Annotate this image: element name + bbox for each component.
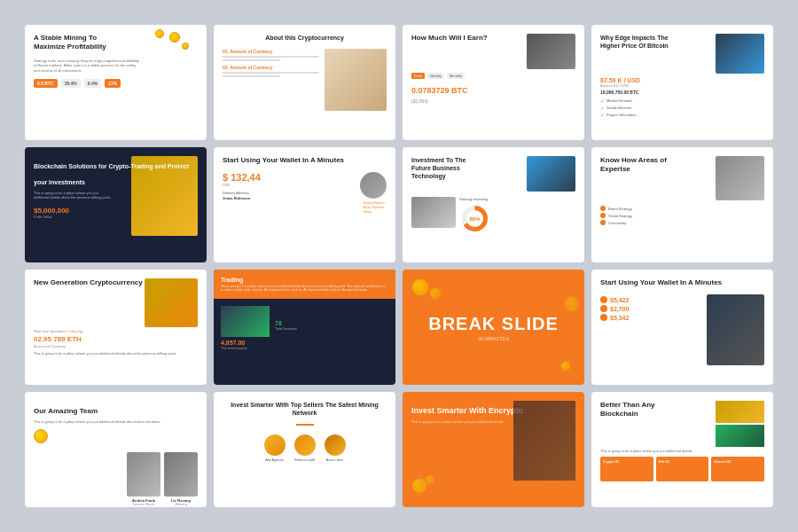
person3-name: Arturo desi <box>325 458 346 462</box>
wallet-usd: USD <box>223 183 261 187</box>
slide-10-chart <box>221 306 270 337</box>
slide-9-body: This is going to be a place where you pu… <box>34 351 198 356</box>
earning-usd: ($1,064) <box>411 98 575 104</box>
slide-2[interactable]: About this Cryptocurrency 01. Amount of … <box>214 25 395 140</box>
slide-15[interactable]: Invest Smarter With Encrypto This is goi… <box>403 392 584 507</box>
member2-role: Marketing <box>164 503 198 506</box>
stat-growth: 36.4% <box>61 79 81 88</box>
stat-rate: 0.4% <box>84 79 101 88</box>
person2-name: Rebecca bell <box>294 458 316 462</box>
check3: Project Information <box>606 113 637 117</box>
avatar-2 <box>294 434 316 456</box>
slide-5[interactable]: Blockchain Solutions for Crypto-Trading … <box>25 147 207 262</box>
slide-4-val1: 87.59 K / USD <box>600 77 764 83</box>
btn-daily[interactable]: Daily <box>411 73 425 79</box>
slide-15-img <box>513 401 575 481</box>
slide-9-sub: Real-time Quotations 1 day ago <box>34 329 198 333</box>
slide-13-title: Our Amazing Team <box>34 407 98 415</box>
slide-9[interactable]: New Generation Cryptocurrency Real-time … <box>25 270 207 385</box>
slide-2-sub1: 01. Amount of Currency <box>223 49 319 54</box>
slide-1-body: Strategy is the most amazing thing for e… <box>34 59 140 74</box>
person1-name: Aliz Ayanza <box>264 458 286 462</box>
stat2-dot <box>600 305 607 312</box>
slide-14[interactable]: Invest Smarter With Top Sellers The Safe… <box>214 392 395 507</box>
slide-7-img <box>527 156 575 192</box>
slide-2-sub2: 02. Amount of Currency <box>223 65 319 70</box>
break-title: BREAK SLIDE <box>428 314 559 334</box>
slide-2-title: About this Cryptocurrency <box>265 34 344 42</box>
tl1 <box>223 56 319 58</box>
stat1-val: $5,422 <box>610 297 629 303</box>
stat3-val: $5,342 <box>610 315 629 321</box>
stat-btc: 0.5 BTC <box>34 79 58 88</box>
slide-5-body: This is going to be a place where you pu… <box>34 191 113 200</box>
slide-3-title: How Much Will I Earn? <box>411 34 488 43</box>
member1-role: Executive Director <box>127 503 160 506</box>
item1-dot <box>600 206 606 211</box>
btn-weekly[interactable]: Weekly <box>427 73 444 79</box>
step1: → Request Payment <box>360 201 387 205</box>
slide-7-img2 <box>411 197 456 228</box>
slide-10-trend-label: Total Increase <box>275 326 297 331</box>
earning-value: 0.0783729 BTC <box>411 86 575 95</box>
slide-16-img2 <box>716 425 764 447</box>
stat3-dot <box>600 314 607 321</box>
slide-16-body: This is going to be a place where you pu… <box>600 449 764 453</box>
slide-10-amount-label: The Investments <box>221 346 270 350</box>
slide-1[interactable]: A Stable Mining To Maximize Profitabilit… <box>25 25 207 140</box>
sender: Delivery Address <box>223 191 261 195</box>
stat-grw: 17% <box>105 79 121 88</box>
slide-16[interactable]: Better Than Any Blockchain This is going… <box>591 392 773 507</box>
avatar-img <box>360 172 387 199</box>
item1: Brand Strategy <box>608 207 632 211</box>
tl2 <box>223 59 280 61</box>
avatar-3 <box>325 434 346 456</box>
slide-10-body-top: This is going to be a place where you pu… <box>221 285 388 292</box>
slide-16-img1 <box>716 401 764 423</box>
slide-15-title: Invest Smarter With Encrypto <box>411 406 523 415</box>
chart-label: Strategy Investing <box>459 197 490 201</box>
slide-9-img <box>145 278 198 327</box>
slide-6-title: Start Using Your Wallet In A Minutes <box>223 156 387 165</box>
step3: → Selling <box>360 210 387 214</box>
slide-12-img <box>707 294 764 365</box>
step2: → Accept Payments <box>360 206 387 209</box>
slide-6[interactable]: Start Using Your Wallet In A Minutes $ 1… <box>214 147 395 262</box>
slide-5-value: $5,000,000 <box>34 207 198 215</box>
team-photo-2 <box>164 452 198 497</box>
donut-chart: 65% <box>459 203 490 234</box>
item3-dot <box>600 220 606 225</box>
break-sub: 30 MINUTES <box>478 336 509 341</box>
slide-10-title-top: Trading <box>221 277 388 283</box>
slide-3[interactable]: How Much Will I Earn? Daily Weekly Month… <box>403 25 584 140</box>
slide-10[interactable]: Trading This is going to be a place wher… <box>214 270 395 385</box>
item2: Social Strategy <box>608 214 632 218</box>
slide-3-img <box>527 34 575 69</box>
slide-grid: A Stable Mining To Maximize Profitabilit… <box>11 11 787 521</box>
slide-12-title: Start Using Your Wallet In A Minutes <box>600 278 764 287</box>
item2-dot <box>600 213 606 218</box>
slide-1-title: A Stable Mining To Maximize Profitabilit… <box>34 34 122 52</box>
slide-14-title: Invest Smarter With Top Sellers The Safe… <box>223 401 387 417</box>
slide-16-title: Better Than Any Blockchain <box>600 401 671 419</box>
svg-text:65%: 65% <box>469 216 481 222</box>
slide-9-value: 02.95 789 ETH <box>34 335 198 343</box>
item3: Community <box>608 221 626 225</box>
slide-13[interactable]: Our Amazing Team This is going to be a p… <box>25 392 207 507</box>
slide-11[interactable]: BREAK SLIDE 30 MINUTES <box>403 270 584 385</box>
stat2-val: $2,700 <box>610 306 629 312</box>
slide-7[interactable]: Investment To The Future Business Techno… <box>403 147 584 262</box>
slide-12[interactable]: Start Using Your Wallet In A Minutes $5,… <box>591 270 773 385</box>
slide-9-title: New Generation Cryptocurrency <box>34 278 143 287</box>
team-photo-1 <box>127 452 160 497</box>
slide-4[interactable]: Why Edge Impacts The Higher Price Of Bit… <box>591 25 773 140</box>
receiver: Jonas Robinson <box>223 196 261 200</box>
mini-card-1: Crypto 01 <box>603 459 651 464</box>
check2: Social Influence <box>606 106 631 110</box>
accent-bar <box>296 424 314 426</box>
slide-10-amount: 4,857.00 <box>221 340 270 346</box>
btn-monthly[interactable]: Monthly <box>447 73 465 79</box>
slide-8[interactable]: Know How Areas of Expertse Brand Strateg… <box>591 147 773 262</box>
mini-card-3: Bitcoin 03 <box>714 459 762 464</box>
slide-2-img <box>325 49 387 111</box>
